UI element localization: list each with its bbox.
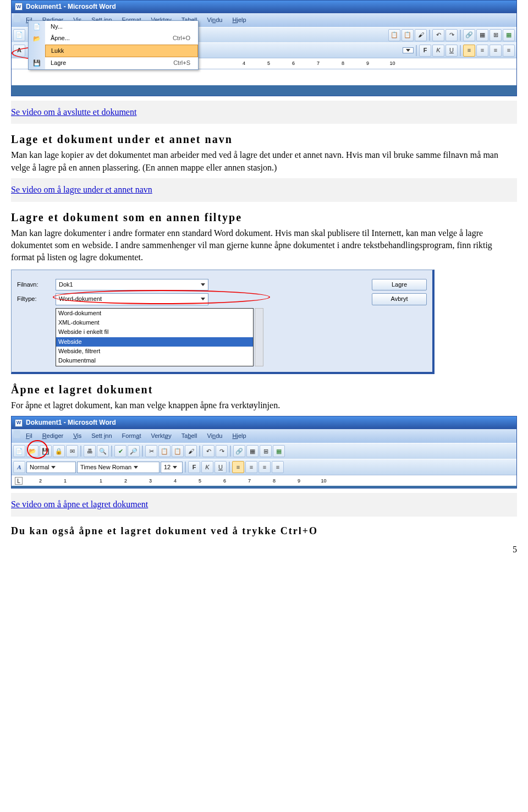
print-preview-icon[interactable]: 🔍 [97,445,109,457]
titlebar: W Dokument1 - Microsoft Word [12,1,516,13]
redo-icon[interactable]: ↷ [216,445,228,457]
body-annen-filtype: Man kan lagre dokumenter i andre formate… [11,227,517,264]
heading-lage-annet-navn: Lage et dokument under et annet navn [11,131,517,147]
page-number: 5 [11,544,517,556]
file-menu-ny[interactable]: Ny... [45,21,198,32]
format-painter-icon[interactable]: 🖌 [415,29,427,41]
align-center-icon[interactable]: ≡ [245,461,257,473]
word-doc-icon: W [15,419,23,427]
align-left-icon[interactable]: ≡ [463,45,475,57]
file-menu-apne[interactable]: Åpne... Ctrl+O [45,32,198,44]
size-combo[interactable]: 12 [161,462,183,473]
filtype-combo[interactable]: Word-dokument [56,293,208,305]
file-dropdown-menu: 📄 📂 💾 Ny... Åpne... Ctrl+O Lukk [28,20,199,70]
window-title: Dokument1 - Microsoft Word [26,418,116,427]
spelling-icon[interactable]: ✔ [114,445,127,457]
toolbar-standard: 📄 📂 💾 🔒 ✉ 🖶 🔍 ✔ 🔎 ✂ 📋 📋 🖌 ↶ ↷ 🔗 ▦ ⊞ ▦ [12,443,516,459]
heading-apne-dokument: Åpne et lagret dokument [11,382,517,397]
undo-icon[interactable]: ↶ [432,29,444,41]
filtype-listbox[interactable]: Word-dokument XML-dokument Webside i enk… [56,308,254,366]
hyperlink-icon[interactable]: 🔗 [233,445,245,457]
align-justify-icon[interactable]: ≡ [503,45,515,57]
menu-hjelp[interactable]: Hjelp [228,14,250,26]
excel-icon[interactable]: ▦ [503,29,515,41]
font-combo[interactable]: Times New Roman [77,462,160,473]
menu-format[interactable]: Format [118,430,146,442]
file-menu-lagre[interactable]: Lagre Ctrl+S [45,57,198,69]
menu-vindu[interactable]: Vindu [203,14,227,26]
list-item[interactable]: XML-dokument [56,318,253,327]
menu-fil[interactable]: Fil [21,430,37,442]
lagre-button[interactable]: Lagre [372,279,427,290]
save-icon[interactable]: 💾 [40,445,52,457]
italic-button[interactable]: K [432,45,444,57]
permission-icon[interactable]: 🔒 [53,445,65,457]
redo-icon[interactable]: ↷ [446,29,458,41]
filnavn-input[interactable]: Dok1 [56,279,208,290]
list-item-selected[interactable]: Webside [56,337,253,347]
excel-icon[interactable]: ▦ [273,445,285,457]
link-avslutte-video[interactable]: Se video om å avslutte et dokument [11,106,136,118]
chevron-down-icon[interactable] [201,283,205,286]
tables-borders-icon[interactable]: ▦ [246,445,258,457]
tab-selector-icon[interactable]: L [15,477,23,485]
cut-icon[interactable]: ✂ [145,445,157,457]
menubar: Fil Rediger Vis Sett inn Format Verktøy … [12,429,516,443]
list-item[interactable]: Word-dokument [56,309,253,318]
mail-icon[interactable]: ✉ [66,445,78,457]
menu-verktoy[interactable]: Verktøy [146,430,175,442]
copy-icon[interactable]: 📋 [388,29,400,41]
copy-icon[interactable]: 📋 [158,445,170,457]
list-item[interactable]: Webside i enkelt fil [56,327,253,337]
file-menu-lukk[interactable]: Lukk [45,45,198,57]
font-size-combo[interactable] [403,47,414,53]
hyperlink-icon[interactable]: 🔗 [463,29,475,41]
ruler: L 2 1 1 2 3 4 5 6 7 8 9 10 [12,475,516,486]
menu-hjelp[interactable]: Hjelp [228,430,250,442]
menu-vindu[interactable]: Vindu [203,430,227,442]
list-item[interactable]: Dokumentmal [56,356,253,365]
insert-table-icon[interactable]: ⊞ [260,445,272,457]
insert-table-icon[interactable]: ⊞ [490,29,502,41]
menu-rediger[interactable]: Rediger [38,430,68,442]
align-center-icon[interactable]: ≡ [476,45,488,57]
underline-button[interactable]: U [215,461,227,473]
format-painter-icon[interactable]: 🖌 [185,445,197,457]
align-justify-icon[interactable]: ≡ [272,461,284,473]
avbryt-button[interactable]: Avbryt [372,293,427,305]
link-lagre-annet-navn-video[interactable]: Se video om å lagre under et annet navn [11,184,152,196]
listbox-scrollbar[interactable] [255,308,263,366]
word-file-menu-screenshot: W Dokument1 - Microsoft Word Fil Rediger… [11,0,517,96]
align-left-icon[interactable]: ≡ [232,461,244,473]
align-right-icon[interactable]: ≡ [258,461,271,473]
list-item[interactable]: Webside, filtrert [56,347,253,356]
menu-tabell[interactable]: Tabell [177,430,202,442]
undo-icon[interactable]: ↶ [202,445,215,457]
align-right-icon[interactable]: ≡ [490,45,502,57]
style-aa-icon[interactable]: A [13,461,25,473]
link-apne-video[interactable]: Se video om å åpne et lagret dokument [11,498,148,511]
chevron-down-icon[interactable] [201,298,205,300]
style-combo[interactable]: Normal [26,462,76,473]
style-aa-icon[interactable]: A [13,45,25,57]
heading-annen-filtype: Lagre et dokument som en annen filtype [11,210,517,225]
bold-button[interactable]: F [419,45,431,57]
new-icon[interactable]: 📄 [13,29,25,41]
bold-button[interactable]: F [188,461,200,473]
filnavn-label: Filnavn: [17,281,50,289]
paste-icon[interactable]: 📋 [402,29,414,41]
open-icon[interactable]: 📂 [26,445,38,457]
print-icon[interactable]: 🖶 [84,445,96,457]
new-icon[interactable]: 📄 [13,445,25,457]
menu-settinn[interactable]: Sett inn [87,430,116,442]
paste-icon[interactable]: 📋 [172,445,184,457]
menu-vis[interactable]: Vis [69,430,86,442]
research-icon[interactable]: 🔎 [128,445,140,457]
heading-ctrl-o: Du kan også åpne et lagret dokument ved … [11,524,517,538]
menubar-grip [14,430,20,438]
window-title: Dokument1 - Microsoft Word [26,2,116,12]
tables-borders-icon[interactable]: ▦ [476,29,488,41]
underline-button[interactable]: U [446,45,458,57]
italic-button[interactable]: K [201,461,213,473]
doc-area [12,69,516,85]
